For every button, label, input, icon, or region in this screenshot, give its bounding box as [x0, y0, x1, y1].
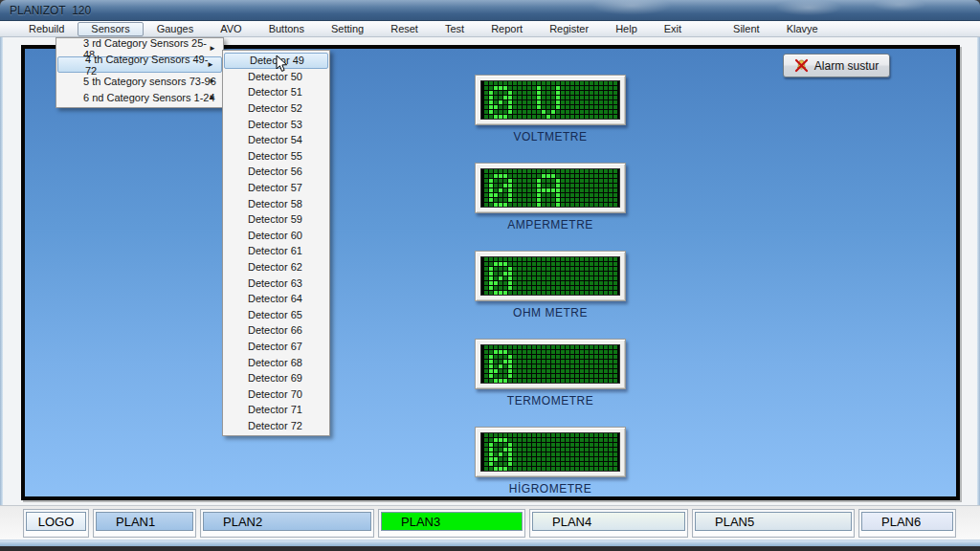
led-screen [480, 256, 620, 296]
detector-menu-label: Detector 64 [248, 293, 302, 304]
menu-item[interactable]: Exit [651, 22, 695, 36]
detector-menu-item[interactable]: Detector 68 [223, 354, 329, 370]
alarm-mute-button[interactable]: Alarm sustur [783, 54, 890, 77]
menu-item[interactable]: Gauges [144, 22, 208, 36]
detector-menu-item[interactable]: Detector 71 [223, 402, 329, 418]
led-screen [480, 344, 620, 384]
led-screen [480, 168, 620, 208]
detector-menu-item[interactable]: Detector 54 [223, 132, 329, 148]
menu-item-label: Buttons [269, 23, 304, 34]
sensors-dropdown-menu: 3 rd Category Sensors 25-48 ► 4 th Categ… [56, 37, 224, 108]
menu-item[interactable]: Reset [377, 22, 432, 36]
sensors-category-item[interactable]: 6 nd Category Sensors 1-24 ► [56, 89, 223, 105]
detector-menu-label: Detector 52 [248, 102, 302, 114]
alarm-mute-label: Alarm sustur [814, 59, 879, 73]
detector-menu-item[interactable]: Detector 62 [223, 259, 329, 276]
plan-tab[interactable]: PLAN3 [381, 512, 523, 531]
detector-menu-item[interactable]: Detector 60 [223, 228, 329, 244]
menu-item[interactable]: Sensors [78, 22, 143, 36]
plan-panel: PLAN1 [93, 509, 196, 538]
detector-menu-item[interactable]: Detector 64 [223, 291, 329, 307]
detector-menu-item[interactable]: Detector 50 [223, 69, 329, 85]
menu-item[interactable]: Register [536, 22, 602, 36]
menu-item[interactable]: Setting [318, 22, 377, 36]
menu-item[interactable]: Buttons [256, 22, 318, 36]
detector-menu-item[interactable]: Detector 53 [223, 116, 329, 132]
detector-menu-item[interactable]: Detector 56 [223, 164, 329, 180]
detector-menu-label: Detector 69 [248, 372, 302, 384]
led-unit: VOLTMETRE [475, 75, 626, 143]
window-border-left [0, 37, 3, 546]
led-display [475, 75, 626, 125]
led-display-label: VOLTMETRE [475, 130, 626, 143]
detector-menu-label: Detector 70 [248, 388, 302, 400]
led-matrix [484, 81, 617, 119]
led-display-label: TERMOMETRE [475, 394, 626, 408]
detector-menu-label: Detector 50 [248, 71, 302, 82]
plan-panel: PLAN3 [378, 509, 525, 538]
plan-tab[interactable]: LOGO [26, 512, 86, 531]
detector-menu-item[interactable]: Detector 49 [224, 53, 328, 69]
menu-item-label: AVO [220, 23, 241, 34]
detector-menu-item[interactable]: Detector 70 [223, 386, 329, 402]
detector-menu-label: Detector 65 [248, 309, 302, 320]
menu-item[interactable]: Klavye [773, 22, 832, 36]
menu-item-label: Klavye [787, 23, 818, 34]
detector-menu-item[interactable]: Detector 72 [223, 418, 329, 434]
plan-tab-label: PLAN4 [552, 515, 591, 529]
plan-tab[interactable]: PLAN1 [96, 512, 193, 531]
detector-menu-label: Detector 56 [248, 165, 302, 177]
led-unit: OHM METRE [475, 251, 626, 320]
detector-menu-item[interactable]: Detector 65 [223, 307, 329, 323]
sensors-category-item[interactable]: 4 th Category Sensors 49-72 ► [57, 56, 222, 73]
app-window: PLANIZOT 120 Rebuild Sensors Gauges AVO … [0, 0, 980, 551]
detector-menu-item[interactable]: Detector 66 [223, 322, 329, 339]
menu-item[interactable]: AVO [207, 22, 255, 36]
detector-menu-label: Detector 59 [248, 213, 302, 225]
menu-item-label: Reset [390, 23, 418, 34]
led-matrix [484, 257, 617, 295]
plan-panel: PLAN5 [692, 509, 855, 538]
led-display-label: OHM METRE [475, 306, 626, 320]
menu-item-label: Help [615, 23, 637, 34]
sensors-category-item[interactable]: 5 th Category sensors 73-96 ► [56, 73, 223, 89]
menu-item[interactable]: Help [602, 22, 651, 36]
detector-menu-item[interactable]: Detector 61 [223, 243, 329, 259]
menu-bar: Rebuild Sensors Gauges AVO Buttons Setti… [0, 21, 980, 37]
plan-tab-label: PLAN2 [223, 515, 262, 529]
menu-item[interactable]: Report [478, 22, 536, 36]
led-display-label: HİGROMETRE [475, 482, 626, 496]
plan-tab[interactable]: PLAN2 [203, 512, 371, 531]
menu-item-label: Test [445, 23, 464, 34]
led-screen [480, 80, 620, 120]
menu-item-label: Gauges [157, 23, 194, 34]
detector-menu-item[interactable]: Detector 58 [223, 195, 329, 211]
menu-item-label: Report [491, 23, 523, 34]
detector-menu-item[interactable]: Detector 51 [223, 84, 329, 100]
detector-menu-label: Detector 66 [248, 324, 302, 336]
detector-menu-item[interactable]: Detector 69 [223, 370, 329, 386]
detector-menu-item[interactable]: Detector 67 [223, 339, 329, 355]
plan-tab[interactable]: PLAN6 [861, 512, 953, 531]
detector-menu-item[interactable]: Detector 52 [223, 100, 329, 117]
led-display-label: AMPERMETRE [475, 218, 626, 231]
led-screen [480, 432, 620, 472]
led-matrix [484, 433, 617, 471]
plan-tab[interactable]: PLAN5 [695, 512, 852, 531]
plan-panel: PLAN6 [858, 509, 956, 538]
plan-tab[interactable]: PLAN4 [532, 512, 685, 531]
detector-menu-item[interactable]: Detector 55 [223, 148, 329, 165]
menu-item[interactable]: Test [432, 22, 478, 36]
detector-menu-label: Detector 60 [248, 230, 302, 241]
detector-menu-label: Detector 57 [248, 182, 302, 193]
detectors-submenu: Detector 49 Detector 50 Detector 51 Dete… [222, 50, 330, 436]
detector-menu-item[interactable]: Detector 63 [223, 275, 329, 291]
menu-item-label: Sensors [91, 23, 129, 34]
led-unit: HİGROMETRE [475, 427, 626, 496]
menu-item[interactable]: Rebuild [15, 22, 78, 36]
detector-menu-label: Detector 51 [248, 86, 302, 98]
led-unit: TERMOMETRE [475, 339, 626, 408]
detector-menu-item[interactable]: Detector 59 [223, 211, 329, 228]
menu-item[interactable]: Silent [720, 22, 773, 36]
detector-menu-item[interactable]: Detector 57 [223, 180, 329, 196]
